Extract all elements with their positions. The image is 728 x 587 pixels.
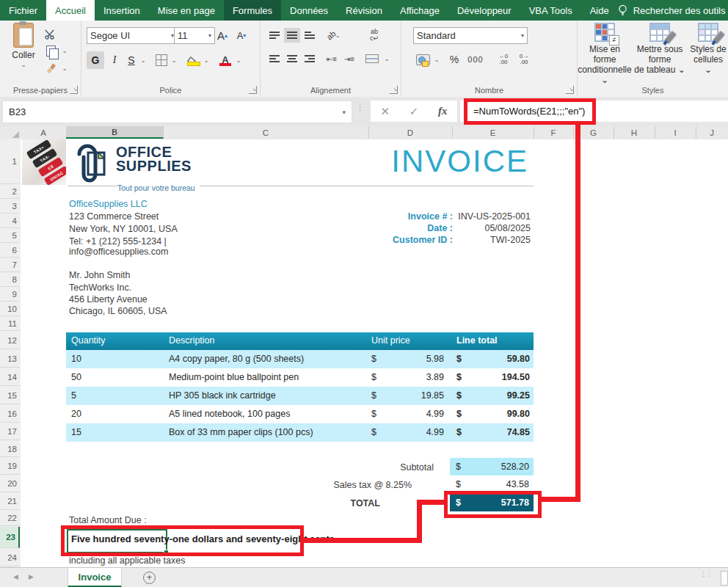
font-color-button[interactable]: A: [216, 51, 234, 69]
grow-font-button[interactable]: A▴: [214, 27, 231, 43]
ribbon-tab-aide[interactable]: Aide: [581, 0, 618, 21]
borders-chevron[interactable]: ⌄: [170, 51, 178, 69]
row-header-21[interactable]: 21: [0, 493, 20, 510]
row-header-9[interactable]: 9: [0, 288, 20, 302]
row-header-18[interactable]: 18: [0, 441, 20, 457]
font-size-combo[interactable]: 11▾: [174, 27, 215, 44]
enter-button[interactable]: ✓: [410, 105, 419, 118]
row-header-10[interactable]: 10: [0, 302, 20, 316]
row-header-1[interactable]: 1: [0, 139, 20, 184]
align-center-button[interactable]: [284, 51, 300, 66]
merge-center-button[interactable]: [363, 51, 381, 66]
cell-styles-button[interactable]: Styles de cellules ⌄: [689, 23, 727, 75]
alignment-dialog-launcher[interactable]: ↘: [390, 86, 398, 94]
copy-chevron[interactable]: ⌄: [60, 44, 69, 57]
item-row-1[interactable]: 10A4 copy paper, 80 g (500 sheets)$5.98$…: [66, 350, 534, 368]
row-header-23[interactable]: 23: [0, 527, 20, 548]
ribbon-tab-affichage[interactable]: Affichage: [391, 0, 448, 21]
column-header-f[interactable]: F: [534, 126, 574, 139]
item-row-5[interactable]: 15Box of 33 mm paper clips (100 pcs)$4.9…: [66, 423, 534, 442]
fill-color-button[interactable]: [184, 51, 202, 69]
row-header-24[interactable]: 24: [0, 549, 20, 566]
align-top-button[interactable]: [266, 28, 283, 43]
align-bottom-button[interactable]: [302, 28, 318, 43]
accounting-chevron[interactable]: ⌄: [432, 51, 441, 68]
percent-style-button[interactable]: %: [445, 51, 463, 68]
row-header-14[interactable]: 14: [0, 368, 20, 386]
ribbon-tab-r-vision[interactable]: Révision: [337, 0, 391, 21]
font-name-combo[interactable]: Segoe UI▾: [87, 27, 178, 44]
row-header-22[interactable]: 22: [0, 511, 20, 526]
item-row-2[interactable]: 50Medium-point blue ballpoint pen$3.89$1…: [66, 368, 534, 387]
row-header-6[interactable]: 6: [0, 244, 20, 258]
column-header-j[interactable]: J: [696, 126, 728, 139]
clipboard-dialog-launcher[interactable]: ↘: [70, 86, 78, 94]
column-header-b[interactable]: B: [66, 126, 164, 139]
ribbon-tab-d-veloppeur[interactable]: Développeur: [448, 0, 520, 21]
row-header-12[interactable]: 12: [0, 332, 20, 349]
name-box[interactable]: B23 ▾: [2, 101, 352, 123]
copy-button[interactable]: [43, 44, 59, 57]
column-header-c[interactable]: C: [163, 126, 369, 139]
conditional-formatting-button[interactable]: ≠ Mise en forme conditionnelle ⌄: [579, 23, 630, 85]
ribbon-tab-insertion[interactable]: Insertion: [95, 0, 149, 21]
row-header-8[interactable]: 8: [0, 273, 20, 287]
add-sheet-button[interactable]: +: [143, 572, 156, 584]
column-header-h[interactable]: H: [614, 126, 655, 139]
ribbon-tab-mise-en-page[interactable]: Mise en page: [149, 0, 224, 21]
font-dialog-launcher[interactable]: ↘: [249, 86, 257, 94]
italic-button[interactable]: I: [107, 51, 122, 69]
align-middle-button[interactable]: [284, 28, 300, 43]
number-format-combo[interactable]: Standard▾: [413, 27, 528, 44]
format-painter-button[interactable]: [43, 62, 59, 75]
scrollbar-stub[interactable]: [721, 571, 728, 586]
paste-button[interactable]: Coller ⌄: [7, 23, 40, 70]
insert-function-button[interactable]: fx: [438, 105, 448, 117]
number-dialog-launcher[interactable]: ↘: [566, 86, 574, 94]
underline-button[interactable]: S: [124, 51, 139, 69]
subtotal-cell[interactable]: $528.20: [450, 458, 534, 475]
align-left-button[interactable]: [266, 51, 283, 66]
ribbon-tab-fichier[interactable]: Fichier: [0, 0, 46, 21]
row-header-19[interactable]: 19: [0, 458, 20, 475]
cut-button[interactable]: [43, 28, 59, 41]
row-header-13[interactable]: 13: [0, 350, 20, 368]
column-header-a[interactable]: A: [21, 126, 67, 139]
fill-color-chevron[interactable]: ⌄: [202, 51, 211, 69]
format-as-table-button[interactable]: Mettre sous forme de tableau ⌄: [632, 23, 688, 75]
comma-style-button[interactable]: 000: [465, 51, 487, 68]
underline-chevron[interactable]: ⌄: [139, 51, 148, 69]
tell-me-search[interactable]: Rechercher des outils a: [618, 0, 728, 21]
column-header-e[interactable]: E: [452, 126, 534, 139]
row-header-17[interactable]: 17: [0, 423, 20, 440]
row-header-7[interactable]: 7: [0, 258, 20, 272]
align-right-button[interactable]: [302, 51, 318, 66]
select-all-corner[interactable]: [0, 126, 21, 140]
increase-indent-button[interactable]: ⇥≡: [341, 51, 357, 66]
decrease-indent-button[interactable]: ⇤≡: [324, 51, 340, 66]
row-header-3[interactable]: 3: [0, 200, 20, 214]
borders-button[interactable]: [153, 51, 170, 69]
row-header-15[interactable]: 15: [0, 387, 20, 404]
column-header-d[interactable]: D: [368, 126, 453, 139]
ribbon-tab-donn-es[interactable]: Données: [281, 0, 337, 21]
formula-bar-splitter[interactable]: ⋮: [355, 104, 365, 109]
row-header-2[interactable]: 2: [0, 185, 20, 199]
row-header-5[interactable]: 5: [0, 229, 20, 243]
row-header-4[interactable]: 4: [0, 214, 20, 228]
accounting-format-button[interactable]: [413, 51, 432, 68]
sheet-area[interactable]: TAX+TAX-CEON/AC OFFICE SUPPLIES Tout pou…: [21, 139, 728, 567]
ribbon-tab-formules[interactable]: Formules: [224, 0, 281, 21]
row-header-11[interactable]: 11: [0, 317, 20, 331]
sheet-nav-arrows[interactable]: ◀▶: [13, 573, 44, 580]
format-painter-chevron[interactable]: ⌄: [60, 62, 69, 75]
ribbon-tab-accueil[interactable]: Accueil: [46, 0, 95, 21]
item-row-4[interactable]: 20A5 lined notebook, 100 pages$4.99$99.8…: [66, 405, 534, 423]
shrink-font-button[interactable]: A▾: [233, 27, 250, 43]
wrap-text-button[interactable]: abc↵: [363, 26, 385, 44]
merge-chevron[interactable]: ⌄: [382, 51, 391, 66]
orientation-button[interactable]: ab⌄: [324, 28, 343, 43]
increase-decimal-button[interactable]: ←0.00: [494, 51, 513, 68]
sheet-tab-invoice[interactable]: Invoice: [68, 568, 122, 587]
cancel-button[interactable]: ✕: [380, 105, 390, 118]
